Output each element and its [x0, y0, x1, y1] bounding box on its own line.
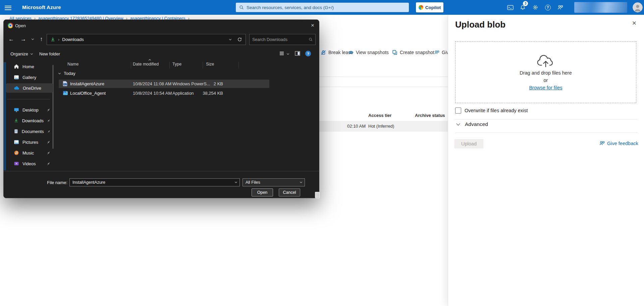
- file-type-dropdown[interactable]: All Files: [243, 178, 305, 186]
- column-separator[interactable]: [169, 62, 170, 69]
- upload-blob-panel: Upload blob × Drag and drop files here o…: [448, 15, 644, 306]
- sidebar-item-documents[interactable]: Documents: [6, 127, 53, 136]
- dialog-help-button[interactable]: ?: [305, 51, 311, 56]
- pin-icon[interactable]: [47, 162, 50, 166]
- settings-button[interactable]: [530, 2, 541, 13]
- back-button[interactable]: ←: [8, 36, 14, 43]
- account-info-redacted[interactable]: [574, 2, 627, 13]
- sidebar-item-gallery[interactable]: Gallery: [6, 73, 53, 82]
- divider: [315, 87, 448, 87]
- column-separator[interactable]: [203, 62, 203, 69]
- chrome-icon: [8, 23, 13, 28]
- sidebar-item-music[interactable]: Music: [6, 148, 53, 158]
- create-snapshot-button[interactable]: Create snapshot: [392, 50, 434, 55]
- sidebar-divider: [7, 99, 50, 99]
- column-archive-status[interactable]: Archive status: [415, 113, 445, 118]
- notifications-button[interactable]: 3: [517, 2, 528, 13]
- sidebar-item-videos[interactable]: Videos: [6, 159, 53, 168]
- overwrite-label: Overwrite if files already exist: [465, 108, 528, 113]
- column-header-type[interactable]: Type: [172, 62, 181, 67]
- cloud-shell-button[interactable]: [505, 2, 516, 13]
- chevron-down-icon[interactable]: [235, 181, 237, 183]
- pin-icon[interactable]: [47, 151, 50, 155]
- column-header-date-modified[interactable]: Date modified: [133, 62, 159, 67]
- view-snapshots-label: View snapshots: [356, 50, 389, 55]
- pin-icon[interactable]: [47, 130, 50, 133]
- help-button[interactable]: ?: [542, 2, 553, 13]
- upload-button-disabled[interactable]: Upload: [454, 139, 483, 148]
- browse-for-files-link[interactable]: Browse for files: [529, 85, 562, 90]
- panel-close-button[interactable]: ×: [629, 18, 639, 28]
- column-header-name[interactable]: Name: [67, 62, 78, 67]
- column-access-tier[interactable]: Access tier: [368, 113, 391, 118]
- brand-title: Microsoft Azure: [22, 4, 61, 10]
- preview-pane-button[interactable]: [295, 51, 300, 57]
- hamburger-menu-icon[interactable]: [5, 4, 12, 10]
- address-dropdown-chevron[interactable]: [229, 38, 231, 40]
- dialog-close-button[interactable]: ×: [307, 21, 318, 30]
- new-folder-button[interactable]: New folder: [39, 51, 60, 56]
- up-button[interactable]: ↑: [40, 36, 43, 43]
- resize-grip[interactable]: [315, 192, 320, 198]
- chevron-down-icon: [300, 181, 302, 183]
- blob-access-tier: Hot (Inferred): [368, 124, 394, 129]
- file-name-field[interactable]: [69, 178, 240, 186]
- sidebar-item-desktop[interactable]: Desktop: [6, 105, 53, 115]
- advanced-toggle[interactable]: Advanced: [457, 121, 488, 127]
- file-dropzone[interactable]: Drag and drop files here or Browse for f…: [455, 41, 636, 103]
- sidebar-item-home[interactable]: Home: [6, 62, 53, 71]
- dialog-search-input[interactable]: [252, 37, 309, 42]
- open-button[interactable]: Open: [252, 188, 273, 196]
- chevron-down-icon: [58, 72, 61, 74]
- file-name: LocalOffice_Agent: [70, 91, 106, 96]
- organize-button[interactable]: Organize: [10, 51, 33, 56]
- avatar[interactable]: [633, 2, 643, 12]
- view-mode-chevron[interactable]: [287, 52, 289, 55]
- view-snapshots-button[interactable]: View snapshots: [348, 50, 389, 55]
- pin-icon[interactable]: [47, 140, 50, 144]
- global-search-input[interactable]: [247, 5, 406, 10]
- file-type-value: All Files: [246, 180, 260, 185]
- videos-icon: [14, 161, 19, 166]
- sidebar-item-pictures[interactable]: Pictures: [6, 137, 53, 147]
- address-location[interactable]: Downloads: [62, 37, 84, 42]
- sidebar-label: Videos: [22, 161, 36, 166]
- overwrite-checkbox[interactable]: [455, 107, 461, 114]
- file-row-localoffice-agent[interactable]: LocalOffice_Agent 10/8/2024 10:54 AM App…: [59, 89, 269, 97]
- file-row-installagentazure[interactable]: InstallAgentAzure 10/8/2024 11:08 AM Win…: [59, 80, 269, 88]
- eye-icon: [348, 50, 354, 55]
- preview-pane-icon: [295, 51, 300, 56]
- column-separator[interactable]: [131, 62, 131, 69]
- give-feedback-link[interactable]: Give feedback: [599, 140, 638, 146]
- column-header-size[interactable]: Size: [206, 62, 214, 67]
- refresh-icon[interactable]: [237, 37, 242, 42]
- chevron-down-icon: [31, 52, 33, 54]
- forward-button[interactable]: →: [20, 36, 26, 43]
- column-separator[interactable]: [238, 62, 239, 69]
- give-feedback-toolbar-button[interactable]: Giv: [434, 50, 448, 55]
- address-bar[interactable]: › Downloads: [47, 34, 246, 45]
- cloud-upload-icon: [537, 54, 555, 68]
- sidebar-label: Gallery: [22, 75, 36, 80]
- sidebar-item-downloads[interactable]: Downloads: [6, 116, 53, 125]
- pin-icon[interactable]: [47, 119, 50, 123]
- sidebar-item-onedrive[interactable]: OneDrive: [6, 83, 53, 93]
- view-mode-button[interactable]: [279, 51, 284, 57]
- divider: [315, 77, 448, 77]
- dialog-titlebar[interactable]: Open ×: [4, 20, 319, 31]
- cancel-button[interactable]: Cancel: [279, 188, 300, 196]
- overwrite-checkbox-row[interactable]: Overwrite if files already exist: [455, 107, 528, 114]
- dropzone-or: or: [544, 78, 548, 83]
- pin-icon[interactable]: [47, 108, 50, 112]
- help-icon: ?: [307, 52, 309, 56]
- copilot-button[interactable]: Copilot: [416, 2, 443, 12]
- blob-row[interactable]: 02:10 AM Hot (Inferred): [319, 121, 448, 132]
- file-name-input[interactable]: [72, 180, 235, 185]
- dialog-search-box[interactable]: [249, 34, 316, 45]
- group-today[interactable]: Today: [59, 71, 75, 76]
- feedback-button[interactable]: [555, 2, 566, 13]
- global-search[interactable]: [236, 3, 409, 12]
- container-command-bar: Break lease View snapshots Create snapsh…: [319, 47, 448, 59]
- file-size: 2 KB: [190, 81, 223, 86]
- recent-locations-chevron[interactable]: [32, 38, 34, 40]
